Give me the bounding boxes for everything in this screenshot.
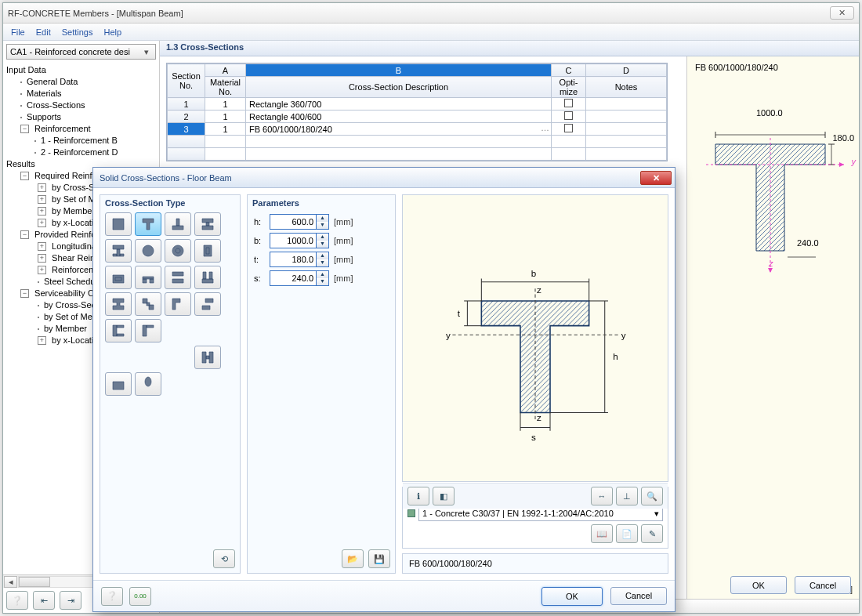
cs-shape-9[interactable]	[135, 266, 161, 289]
material-edit-button[interactable]: ✎	[641, 524, 663, 543]
cs-shape-3[interactable]	[194, 212, 221, 236]
table-row[interactable]: 1 1 Rectangle 360/700	[168, 98, 667, 111]
cs-shape-23[interactable]	[194, 346, 221, 369]
tree-general-data[interactable]: General Data	[6, 76, 154, 88]
dim-toggle-button[interactable]: ↔	[591, 487, 613, 505]
spin-down-icon[interactable]: ▼	[317, 241, 328, 248]
checkbox[interactable]	[564, 99, 573, 107]
cs-shape-1[interactable]	[135, 212, 161, 236]
collapse-icon[interactable]: −	[20, 125, 29, 133]
table-row[interactable]	[168, 136, 667, 148]
stress-button[interactable]: ◧	[433, 487, 455, 505]
spin-up-icon[interactable]: ▲	[317, 252, 328, 259]
expand-icon[interactable]: +	[38, 336, 46, 345]
col-material-no[interactable]: Material No.	[205, 77, 246, 98]
cs-shape-15[interactable]	[194, 292, 221, 316]
cs-shape-8[interactable]	[105, 266, 132, 289]
material-library-button[interactable]: 📖	[591, 524, 613, 543]
tree-cross-sections[interactable]: Cross-Sections	[6, 100, 154, 111]
cs-shape-4[interactable]	[105, 239, 132, 263]
checkbox[interactable]	[564, 124, 573, 132]
col-letter-b[interactable]: B	[246, 64, 552, 77]
cross-sections-grid[interactable]: Section No. A B C D Material No. Cross-S…	[166, 63, 668, 161]
cs-shape-16[interactable]	[105, 319, 132, 342]
cs-shape-14[interactable]	[165, 292, 191, 316]
material-new-button[interactable]: 📄	[616, 524, 638, 543]
spin-up-icon[interactable]: ▲	[317, 271, 328, 278]
cs-shape-11[interactable]	[194, 266, 221, 289]
cs-shape-12[interactable]	[105, 292, 132, 316]
cs-shape-2[interactable]	[165, 212, 191, 236]
spin-down-icon[interactable]: ▼	[317, 278, 328, 285]
table-row[interactable]: 2 1 Rectangle 400/600	[168, 111, 667, 123]
spin-down-icon[interactable]: ▼	[317, 222, 328, 229]
open-button[interactable]: 📂	[342, 549, 364, 568]
cs-shape-10[interactable]	[165, 266, 191, 289]
menu-edit[interactable]: Edit	[36, 27, 51, 37]
tree-supports[interactable]: Supports	[6, 111, 154, 123]
expand-icon[interactable]: +	[38, 254, 46, 263]
collapse-icon[interactable]: −	[20, 230, 29, 239]
zoom-button[interactable]: 🔍	[641, 487, 663, 505]
param-input-t[interactable]: ▲▼	[270, 252, 329, 267]
col-letter-d[interactable]: D	[586, 64, 667, 77]
case-combo[interactable]: CA1 - Reinforced concrete desi ▾	[6, 44, 156, 60]
expand-icon[interactable]: +	[38, 195, 46, 204]
table-row-selected[interactable]: 3 1 FB 600/1000/180/240…	[168, 123, 667, 136]
param-input-s[interactable]: ▲▼	[270, 270, 329, 286]
cs-shape-24[interactable]	[105, 372, 132, 396]
cs-shape-6[interactable]	[165, 239, 191, 263]
param-value-b[interactable]	[270, 234, 316, 248]
menu-help[interactable]: Help	[103, 27, 121, 37]
nav-next-button[interactable]: ⇥	[60, 591, 81, 610]
col-desc[interactable]: Cross-Section Description	[246, 77, 552, 98]
cs-import-button[interactable]: ⟲	[213, 549, 235, 568]
param-value-t[interactable]	[270, 252, 316, 266]
col-notes[interactable]: Notes	[586, 77, 667, 98]
spin-up-icon[interactable]: ▲	[317, 215, 328, 222]
expand-icon[interactable]: +	[38, 207, 46, 216]
col-section-no[interactable]: Section No.	[168, 64, 205, 98]
dialog-close-button[interactable]: ✕	[640, 171, 672, 185]
ellipsis-button[interactable]: …	[541, 123, 549, 132]
spin-up-icon[interactable]: ▲	[317, 234, 328, 241]
col-letter-a[interactable]: A	[205, 64, 246, 77]
cs-shape-13[interactable]	[135, 292, 161, 316]
param-value-h[interactable]	[270, 215, 316, 229]
cancel-button[interactable]: Cancel	[795, 576, 851, 594]
collapse-icon[interactable]: −	[20, 172, 29, 180]
help-button[interactable]: ❔	[6, 591, 28, 610]
table-row[interactable]	[168, 148, 667, 161]
param-input-h[interactable]: ▲▼	[270, 214, 329, 230]
save-button[interactable]: 💾	[368, 549, 390, 568]
scroll-left-icon[interactable]: ◂	[4, 576, 17, 588]
spin-down-icon[interactable]: ▼	[317, 259, 328, 266]
cs-shape-17[interactable]	[135, 319, 161, 342]
menu-file[interactable]: File	[11, 27, 25, 37]
col-optimize[interactable]: Opti- mize	[552, 77, 586, 98]
param-value-s[interactable]	[270, 271, 316, 285]
cs-shape-0[interactable]	[105, 212, 132, 236]
info-button[interactable]: ℹ	[407, 487, 429, 505]
dialog-help-button[interactable]: ❔	[101, 587, 123, 606]
window-close-button[interactable]: ✕	[830, 6, 854, 20]
col-letter-c[interactable]: C	[552, 64, 586, 77]
menu-settings[interactable]: Settings	[62, 27, 93, 37]
expand-icon[interactable]: +	[38, 219, 46, 227]
tree-reinforcement[interactable]: − Reinforcement	[6, 123, 154, 135]
expand-icon[interactable]: +	[38, 242, 46, 251]
tree-reinf-d[interactable]: 2 - Reinforcement D	[6, 147, 154, 158]
tree-materials[interactable]: Materials	[6, 88, 154, 100]
scroll-thumb[interactable]	[19, 577, 50, 587]
cs-shape-25[interactable]	[135, 372, 161, 396]
expand-icon[interactable]: +	[38, 183, 46, 192]
dialog-ok-button[interactable]: OK	[541, 587, 603, 606]
ok-button[interactable]: OK	[730, 576, 787, 594]
cs-shape-5[interactable]	[135, 239, 161, 263]
dialog-details-button[interactable]: 0.00	[129, 587, 151, 606]
tree-reinf-b[interactable]: 1 - Reinforcement B	[6, 135, 154, 147]
axes-toggle-button[interactable]: ⊥	[616, 487, 638, 505]
collapse-icon[interactable]: −	[20, 289, 29, 298]
cs-shape-7[interactable]	[194, 239, 221, 263]
param-input-b[interactable]: ▲▼	[270, 233, 329, 248]
